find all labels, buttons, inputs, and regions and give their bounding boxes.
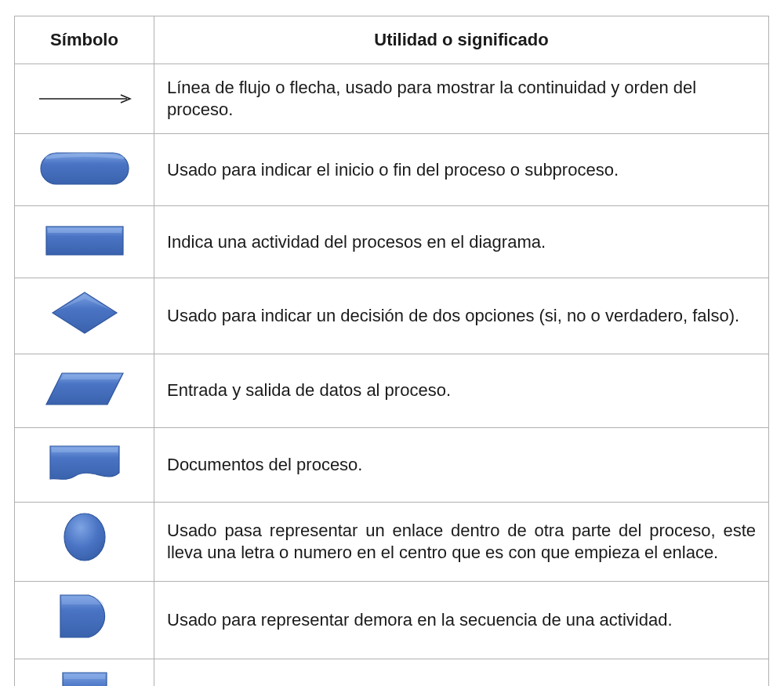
page: Símbolo Utilidad o significado Línea de … bbox=[0, 0, 784, 686]
symbol-cell bbox=[15, 354, 154, 427]
symbol-cell bbox=[15, 502, 154, 581]
table-row: Documentos del proceso. bbox=[15, 427, 769, 502]
symbol-cell bbox=[15, 278, 154, 354]
svg-rect-10 bbox=[64, 674, 105, 679]
symbol-cell bbox=[15, 427, 154, 502]
description-cell: Usado para representar dos partes del di… bbox=[154, 659, 769, 686]
flowchart-symbols-table: Símbolo Utilidad o significado Línea de … bbox=[14, 16, 769, 686]
description-cell: Línea de flujo o flecha, usado para most… bbox=[154, 64, 769, 134]
description-cell: Usado para representar demora en la secu… bbox=[154, 582, 769, 659]
table-row: Usado para representar dos partes del di… bbox=[15, 659, 769, 686]
offpage-connector-icon bbox=[30, 670, 140, 686]
symbol-cell bbox=[15, 206, 154, 278]
document-icon bbox=[30, 439, 140, 486]
table-row: Usado para representar demora en la secu… bbox=[15, 582, 769, 659]
description-cell: Usado para indicar el inicio o fin del p… bbox=[154, 134, 769, 206]
svg-marker-7 bbox=[60, 375, 122, 379]
description-cell: Indica una actividad del procesos en el … bbox=[154, 206, 769, 278]
symbol-cell bbox=[15, 582, 154, 659]
table-row: Indica una actividad del procesos en el … bbox=[15, 206, 769, 278]
description-cell: Documentos del proceso. bbox=[154, 427, 769, 502]
process-rectangle-icon bbox=[30, 217, 140, 264]
description-cell: Entrada y salida de datos al proceso. bbox=[154, 354, 769, 427]
symbol-cell bbox=[15, 134, 154, 206]
description-cell: Usado pasa representar un enlace dentro … bbox=[154, 502, 769, 581]
data-parallelogram-icon bbox=[30, 365, 140, 412]
symbol-cell bbox=[15, 64, 154, 134]
connector-circle-icon bbox=[30, 514, 140, 561]
header-symbol: Símbolo bbox=[15, 16, 154, 64]
table-row: Entrada y salida de datos al proceso. bbox=[15, 354, 769, 427]
svg-rect-3 bbox=[48, 228, 122, 233]
symbol-cell bbox=[15, 659, 154, 686]
table-row: Usado para indicar el inicio o fin del p… bbox=[15, 134, 769, 206]
terminator-icon bbox=[30, 145, 140, 192]
table-row: Usado para indicar un decisión de dos op… bbox=[15, 278, 769, 354]
table-row: Línea de flujo o flecha, usado para most… bbox=[15, 64, 769, 134]
description-cell: Usado para indicar un decisión de dos op… bbox=[154, 278, 769, 354]
delay-icon bbox=[30, 593, 140, 640]
decision-diamond-icon bbox=[30, 289, 140, 336]
table-row: Usado pasa representar un enlace dentro … bbox=[15, 502, 769, 581]
flowline-arrow-icon bbox=[30, 75, 140, 122]
header-meaning: Utilidad o significado bbox=[154, 16, 769, 64]
svg-point-9 bbox=[64, 514, 105, 561]
table-header-row: Símbolo Utilidad o significado bbox=[15, 16, 769, 64]
svg-rect-8 bbox=[52, 448, 118, 452]
